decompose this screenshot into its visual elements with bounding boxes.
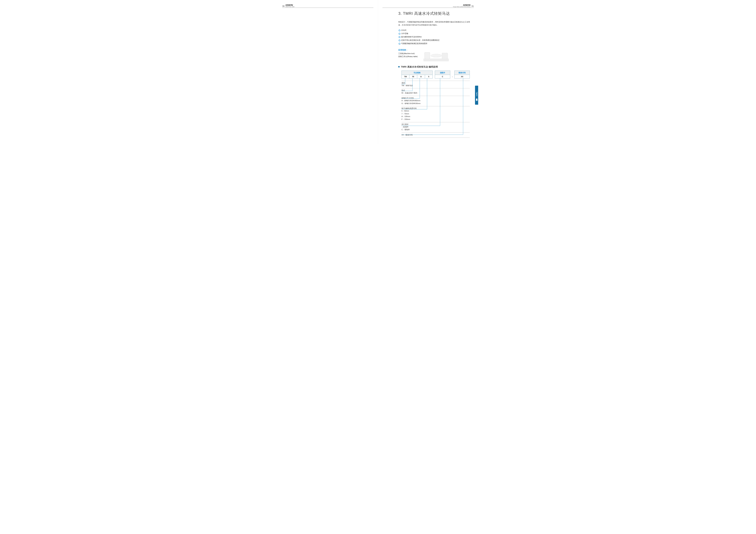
application-line: 回转工作台(Rotary table) (398, 55, 418, 58)
encoding-explanations: 系列 TM：转矩马达 型式 RI：高速定转子系列 矽钢片尺寸代码 A：矽钢片外径… (401, 81, 470, 138)
explain-other: 其它需求 ：标准件 C：客制件 (401, 122, 470, 132)
applications-heading: 应用范例： (398, 49, 418, 51)
explain-type: 型式 RI：高速定转子系列 (401, 88, 470, 96)
list-item: 大中空轴 (398, 32, 472, 35)
code-cell-a: A (417, 75, 425, 78)
page-number-right: 31 (472, 5, 474, 7)
list-item: 最大瞬间转矩可达5300Nm (398, 35, 472, 38)
header-right: HIWIN Torque Motor (Direct Drive Motor) … (383, 4, 474, 8)
feature-list: 水冷式 大中空轴 最大瞬间转矩可达5300Nm 定转子同心校正固定出货，安装简易… (398, 29, 472, 45)
group-header-option: 选配件 (435, 71, 450, 75)
page-title: 3. TMRI 高速水冷式转矩马达 (398, 11, 472, 16)
encoding-table: 马达规格 选配件 配线代码 TM RI A 5 C - XX (401, 71, 470, 79)
explain-rotor-height: 转子(磁铁)高度代码 5：50mm 7：70mm A：100mm F：150mm (401, 106, 470, 122)
brand-subtitle: Torque Motor (Direct Drive Motor) (453, 6, 471, 7)
group-header-wiring: 配线代码 (454, 71, 470, 75)
side-tab: TMRI 高速水冷式轉矩馬達 (475, 86, 478, 105)
code-cell-5: 5 (425, 75, 433, 78)
list-item: 水冷式 (398, 29, 472, 32)
group-header-spec: 马达规格 (402, 71, 433, 75)
rotary-table-illustration (423, 49, 449, 62)
brand-logo-left: HIWIN (285, 4, 294, 6)
explain-size: 矽钢片尺寸代码 A：矽钢片外径Φ360mm G：矽钢片外径Φ530mm (401, 96, 470, 106)
code-cell-xx: XX (454, 75, 470, 78)
explain-series: 系列 TM：转矩马达 (401, 81, 470, 88)
list-item: 定转子同心校正固定出货，安装简易无须重新校正 (398, 38, 472, 42)
page-number-left: 30 (282, 5, 284, 7)
code-cell-tm: TM (402, 75, 409, 78)
intro-paragraph: 特殊设计，可搭配弱磁控制达到极高转速需求，同时适用各种需要大输出且精准定位之工业… (398, 20, 472, 26)
explain-wiring: XX：配线代码 (401, 132, 470, 138)
code-cell-c: C (435, 75, 450, 78)
code-cell-ri: RI (409, 75, 417, 78)
encoding-diagram: 马达规格 选配件 配线代码 TM RI A 5 C - XX (401, 71, 470, 138)
list-item: 可搭配弱磁控制满足更高转速需求 (398, 42, 472, 45)
doc-code: MR99TS01-1800 (285, 6, 294, 7)
brand-logo-right: HIWIN (463, 4, 471, 6)
application-line: 工具机(Machine tool) (398, 52, 418, 55)
encoding-subheading: TMRI 高速水冷式转矩马达 编码说明 (398, 65, 472, 68)
code-cell-dash: - (450, 75, 454, 78)
header-left: 30 HIWIN MR99TS01-1800 (282, 4, 373, 8)
